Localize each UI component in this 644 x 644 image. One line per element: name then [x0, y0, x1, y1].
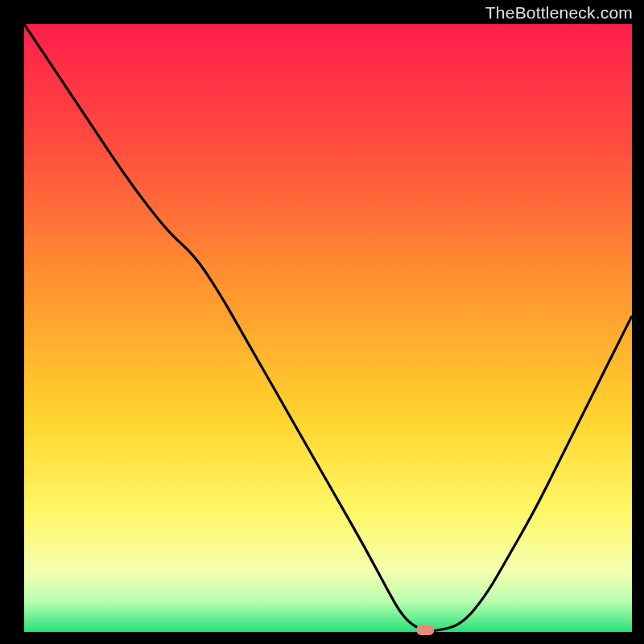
bottleneck-chart [0, 0, 644, 644]
chart-container: TheBottleneck.com [0, 0, 644, 644]
plot-background-gradient [24, 24, 632, 632]
watermark-text: TheBottleneck.com [485, 3, 633, 23]
minimum-marker [416, 625, 434, 635]
